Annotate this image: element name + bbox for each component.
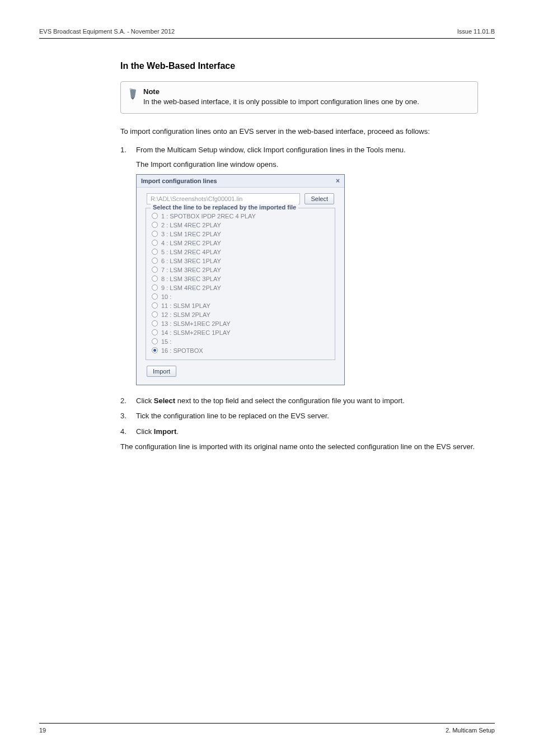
config-line-option[interactable]: 3 : LSM 1REC 2PLAY (152, 230, 329, 239)
option-label: 9 : LSM 4REC 2PLAY (161, 284, 221, 291)
option-label: 1 : SPOTBOX IPDP 2REC 4 PLAY (161, 213, 256, 220)
step-text: Click Select next to the top field and s… (136, 395, 405, 407)
radio-icon (152, 222, 158, 228)
step-3: 3. Tick the configuration line to be rep… (120, 410, 478, 422)
option-label: 2 : LSM 4REC 2PLAY (161, 222, 221, 228)
step-text: Tick the configuration line to be replac… (136, 410, 329, 422)
config-line-option[interactable]: 8 : LSM 3REC 3PLAY (152, 274, 329, 283)
step-1: 1. From the Multicam Setup window, click… (120, 144, 478, 156)
radio-icon (152, 329, 158, 335)
config-line-option[interactable]: 4 : LSM 2REC 2PLAY (152, 239, 329, 248)
config-line-option[interactable]: 5 : LSM 2REC 4PLAY (152, 248, 329, 256)
option-label: 3 : LSM 1REC 2PLAY (161, 231, 221, 237)
step-4: 4. Click Import. (120, 426, 478, 437)
config-line-option[interactable]: 12 : SLSM 2PLAY (152, 310, 329, 319)
option-label: 5 : LSM 2REC 4PLAY (161, 249, 221, 255)
radio-icon (152, 284, 158, 291)
radio-icon (152, 231, 158, 237)
radio-icon (152, 249, 158, 255)
step-text: From the Multicam Setup window, click Im… (136, 144, 406, 156)
config-line-option[interactable]: 10 : (152, 292, 329, 301)
radio-icon (152, 267, 158, 273)
page-header: EVS Broadcast Equipment S.A. - November … (39, 28, 495, 39)
intro-paragraph: To import configuration lines onto an EV… (120, 126, 478, 137)
radio-icon (152, 276, 158, 282)
radio-icon (152, 320, 158, 326)
radio-icon (152, 347, 158, 353)
svg-point-3 (129, 88, 132, 90)
config-line-option[interactable]: 16 : SPOTBOX (152, 346, 329, 355)
outro-paragraph: The configuration line is imported with … (120, 441, 478, 452)
header-left: EVS Broadcast Equipment S.A. - November … (39, 28, 175, 35)
import-button[interactable]: Import (147, 366, 176, 377)
option-label: 13 : SLSM+1REC 2PLAY (161, 320, 231, 327)
step-number: 3. (120, 410, 130, 422)
dialog-titlebar: Import configuration lines × (137, 175, 344, 188)
note-box: Note In the web-based interface, it is o… (120, 81, 478, 114)
header-right: Issue 11.01.B (457, 28, 495, 35)
pencil-icon (129, 88, 138, 100)
option-label: 8 : LSM 3REC 3PLAY (161, 276, 221, 282)
radio-icon (152, 258, 158, 264)
config-line-option[interactable]: 1 : SPOTBOX IPDP 2REC 4 PLAY (152, 212, 329, 221)
option-label: 16 : SPOTBOX (161, 347, 203, 354)
config-line-option[interactable]: 7 : LSM 3REC 2PLAY (152, 265, 329, 274)
step-number: 2. (120, 395, 130, 407)
step-number: 1. (120, 144, 130, 156)
page-footer: 19 2. Multicam Setup (39, 723, 495, 734)
option-label: 7 : LSM 3REC 2PLAY (161, 267, 221, 273)
config-line-option[interactable]: 2 : LSM 4REC 2PLAY (152, 221, 329, 230)
path-input[interactable] (147, 193, 300, 204)
radio-icon (152, 240, 158, 246)
radio-icon (152, 302, 158, 309)
line-select-fieldset: Select the line to be replaced by the im… (146, 208, 335, 360)
step-2: 2. Click Select next to the top field an… (120, 395, 478, 407)
config-line-option[interactable]: 15 : (152, 337, 329, 346)
dialog-title: Import configuration lines (141, 178, 217, 184)
option-label: 10 : (161, 293, 171, 300)
step-1-sub: The Import configuration line window ope… (136, 160, 478, 169)
radio-icon (152, 213, 158, 219)
import-dialog: Import configuration lines × Select Sele… (136, 174, 345, 385)
fieldset-legend: Select the line to be replaced by the im… (151, 204, 298, 211)
option-label: 6 : LSM 3REC 1PLAY (161, 258, 221, 264)
option-label: 11 : SLSM 1PLAY (161, 302, 210, 309)
select-button[interactable]: Select (305, 193, 334, 204)
page-number: 19 (39, 727, 46, 734)
step-number: 4. (120, 426, 130, 437)
option-label: 14 : SLSM+2REC 1PLAY (161, 329, 231, 336)
radio-icon (152, 311, 158, 318)
note-title: Note (143, 87, 470, 96)
option-label: 4 : LSM 2REC 2PLAY (161, 240, 221, 246)
note-text: In the web-based interface, it is only p… (143, 97, 470, 108)
config-line-option[interactable]: 14 : SLSM+2REC 1PLAY (152, 328, 329, 337)
config-line-option[interactable]: 9 : LSM 4REC 2PLAY (152, 283, 329, 292)
option-label: 15 : (161, 338, 171, 345)
close-icon[interactable]: × (336, 177, 340, 185)
option-label: 12 : SLSM 2PLAY (161, 311, 210, 318)
radio-icon (152, 338, 158, 344)
section-title: In the Web-Based Interface (120, 61, 478, 71)
config-line-option[interactable]: 11 : SLSM 1PLAY (152, 301, 329, 310)
radio-icon (152, 293, 158, 300)
footer-section: 2. Multicam Setup (446, 727, 495, 734)
config-line-option[interactable]: 6 : LSM 3REC 1PLAY (152, 256, 329, 265)
config-line-option[interactable]: 13 : SLSM+1REC 2PLAY (152, 319, 329, 328)
step-text: Click Import. (136, 426, 179, 437)
